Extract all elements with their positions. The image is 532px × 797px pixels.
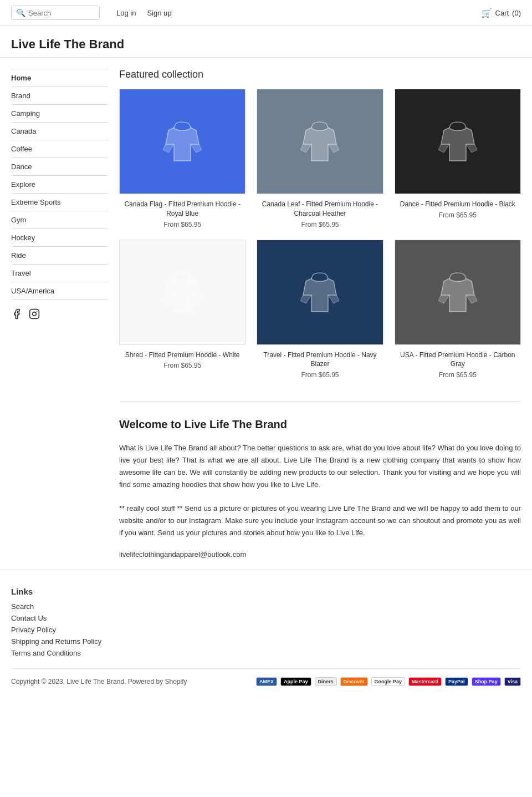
payment-icon-diners: Diners — [315, 677, 337, 686]
product-price: From $65.95 — [257, 371, 383, 379]
footer-link-search[interactable]: Search — [11, 602, 34, 611]
cart-icon: 🛒 — [481, 8, 492, 18]
product-card[interactable]: Dance - Fitted Premium Hoodie - BlackFro… — [395, 89, 521, 229]
cart-label: Cart — [495, 9, 509, 17]
welcome-title: Welcome to Live Life The Brand — [119, 418, 521, 431]
product-name: Canada Flag - Fitted Premium Hoodie - Ro… — [119, 200, 245, 219]
sidebar-item-camping[interactable]: Camping — [11, 105, 108, 122]
product-image — [119, 240, 245, 345]
footer-copyright: Copyright © 2023, Live Life The Brand. P… — [11, 678, 187, 686]
product-card[interactable]: USA - Fitted Premium Hoodie - Carbon Gra… — [395, 240, 521, 379]
main-layout: HomeBrandCampingCanadaCoffeeDanceExplore… — [0, 58, 532, 570]
cart-count: (0) — [512, 9, 521, 17]
product-price: From $65.95 — [395, 371, 521, 379]
welcome-paragraph-1: What is Live Life The Brand all about? T… — [119, 442, 521, 491]
sidebar-item-ride[interactable]: Ride — [11, 247, 108, 264]
product-image — [395, 89, 521, 194]
footer-link-privacy-policy[interactable]: Privacy Policy — [11, 626, 56, 634]
payment-icon-discover: Discover — [340, 677, 368, 686]
login-link[interactable]: Log in — [116, 9, 136, 17]
welcome-email: livelifeclothingandapparel@outlook.com — [119, 550, 521, 559]
main-content: Featured collection Canada Flag - Fitted… — [119, 69, 521, 559]
payment-icon-visa: Visa — [504, 677, 521, 686]
sidebar-item-coffee[interactable]: Coffee — [11, 140, 108, 158]
site-title: Live Life The Brand — [0, 26, 532, 58]
footer-link-contact-us[interactable]: Contact Us — [11, 614, 47, 622]
facebook-icon[interactable] — [11, 308, 22, 322]
footer-bottom: Copyright © 2023, Live Life The Brand. P… — [11, 668, 521, 686]
payment-icon-paypal: PayPal — [445, 677, 468, 686]
search-input[interactable] — [28, 9, 95, 17]
payment-icons: AMEXApple PayDinersDiscoverGoogle PayMas… — [256, 677, 521, 686]
sidebar-item-canada[interactable]: Canada — [11, 123, 108, 140]
powered-by-link[interactable]: Powered by Shopify — [128, 678, 187, 686]
sidebar: HomeBrandCampingCanadaCoffeeDanceExplore… — [11, 69, 108, 559]
sidebar-item-travel[interactable]: Travel — [11, 265, 108, 282]
product-card[interactable]: Canada Flag - Fitted Premium Hoodie - Ro… — [119, 89, 245, 229]
payment-icon-amex: AMEX — [256, 677, 277, 686]
product-card[interactable]: Shred - Fitted Premium Hoodie - WhiteFro… — [119, 240, 245, 379]
product-grid: Canada Flag - Fitted Premium Hoodie - Ro… — [119, 89, 521, 379]
sidebar-item-usa/america[interactable]: USA/America — [11, 282, 108, 299]
product-image — [395, 240, 521, 345]
footer-link-shipping-and-returns-policy[interactable]: Shipping and Returns Policy — [11, 637, 101, 646]
product-image — [119, 89, 245, 194]
product-price: From $65.95 — [257, 221, 383, 229]
product-name: Travel - Fitted Premium Hoodie - Navy Bl… — [257, 351, 383, 369]
svg-rect-0 — [30, 309, 39, 319]
featured-title: Featured collection — [119, 69, 521, 80]
payment-icon-apple-pay: Apple Pay — [280, 677, 311, 686]
product-image — [257, 89, 383, 194]
search-form[interactable]: 🔍 — [11, 6, 100, 20]
sidebar-item-extreme-sports[interactable]: Extreme Sports — [11, 194, 108, 211]
header: 🔍 Log in Sign up 🛒 Cart (0) — [0, 0, 532, 26]
product-name: Canada Leaf - Fitted Premium Hoodie - Ch… — [257, 200, 383, 219]
sidebar-social — [11, 308, 108, 322]
footer-links-title: Links — [11, 587, 521, 596]
sidebar-item-brand[interactable]: Brand — [11, 87, 108, 104]
product-name: USA - Fitted Premium Hoodie - Carbon Gra… — [395, 351, 521, 369]
footer-links: SearchContact UsPrivacy PolicyShipping a… — [11, 602, 521, 657]
sidebar-item-home[interactable]: Home — [11, 69, 108, 87]
sidebar-item-dance[interactable]: Dance — [11, 158, 108, 175]
product-name: Shred - Fitted Premium Hoodie - White — [119, 351, 245, 360]
sidebar-item-hockey[interactable]: Hockey — [11, 229, 108, 246]
search-icon: 🔍 — [16, 8, 25, 17]
sidebar-nav: HomeBrandCampingCanadaCoffeeDanceExplore… — [11, 69, 108, 300]
product-price: From $65.95 — [119, 362, 245, 369]
cart-area[interactable]: 🛒 Cart (0) — [481, 8, 521, 18]
product-card[interactable]: Travel - Fitted Premium Hoodie - Navy Bl… — [257, 240, 383, 379]
product-image — [257, 240, 383, 345]
welcome-paragraph-2: ** really cool stuff ** Send us a pictur… — [119, 502, 521, 539]
instagram-icon[interactable] — [29, 308, 40, 322]
payment-icon-google-pay: Google Pay — [371, 677, 406, 686]
sidebar-item-gym[interactable]: Gym — [11, 211, 108, 229]
product-card[interactable]: Canada Leaf - Fitted Premium Hoodie - Ch… — [257, 89, 383, 229]
payment-icon-shop-pay: Shop Pay — [472, 677, 501, 686]
product-price: From $65.95 — [395, 211, 521, 219]
product-name: Dance - Fitted Premium Hoodie - Black — [395, 200, 521, 209]
sidebar-item-explore[interactable]: Explore — [11, 176, 108, 193]
payment-icon-mastercard: Mastercard — [408, 677, 442, 686]
welcome-section: Welcome to Live Life The Brand What is L… — [119, 401, 521, 559]
footer: Links SearchContact UsPrivacy PolicyShip… — [0, 570, 532, 697]
product-price: From $65.95 — [119, 221, 245, 229]
signup-link[interactable]: Sign up — [147, 9, 171, 17]
header-nav: Log in Sign up — [116, 9, 172, 17]
footer-link-terms-and-conditions[interactable]: Terms and Conditions — [11, 649, 81, 657]
